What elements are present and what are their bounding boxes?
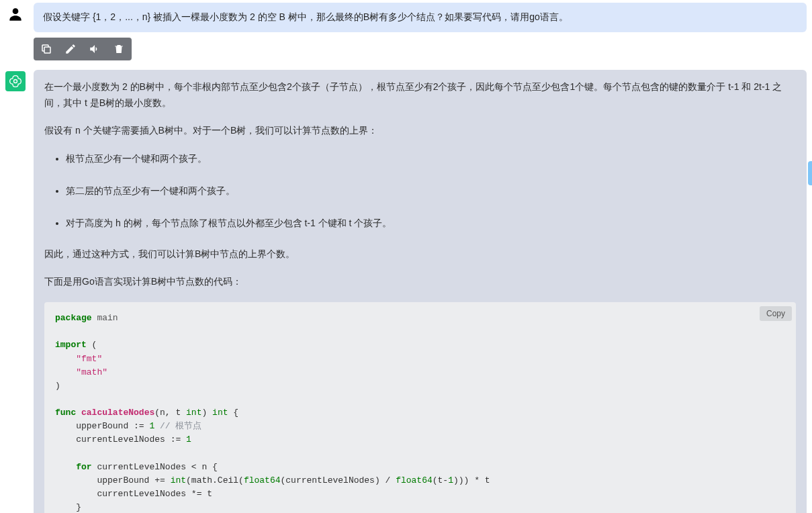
code-type: int xyxy=(186,408,201,418)
code-keyword: import xyxy=(55,340,87,350)
code-number: 1 xyxy=(448,475,453,485)
assistant-list: 根节点至少有一个键和两个孩子。 第二层的节点至少有一个键和两个孩子。 对于高度为… xyxy=(44,151,796,231)
code-text: upperBound += xyxy=(55,475,171,485)
assistant-content: 在一个最小度数为 2 的B树中，每个非根内部节点至少包含2个孩子（子节点），根节… xyxy=(44,79,796,513)
copy-button[interactable] xyxy=(39,42,54,56)
assistant-paragraph-3: 因此，通过这种方式，我们可以计算B树中节点的上界个数。 xyxy=(44,246,796,263)
code-type: float64 xyxy=(396,475,433,485)
code-string: "fmt" xyxy=(76,354,102,364)
svg-rect-1 xyxy=(44,47,50,53)
code-text: { xyxy=(228,408,238,418)
svg-point-0 xyxy=(13,8,19,14)
user-message-text: 假设关键字 {1，2，...，n} 被插入一棵最小度数为 2 的空 B 树中，那… xyxy=(43,11,568,22)
user-message-row: 假设关键字 {1，2，...，n} 被插入一棵最小度数为 2 的空 B 树中，那… xyxy=(5,3,807,32)
assistant-paragraph-2: 假设有 n 个关键字需要插入B树中。对于一个B树，我们可以计算节点数的上界： xyxy=(44,123,796,139)
code-string: "math" xyxy=(76,367,107,377)
user-message-bubble: 假设关键字 {1，2，...，n} 被插入一棵最小度数为 2 的空 B 树中，那… xyxy=(34,3,807,32)
code-type: float64 xyxy=(244,475,281,485)
code-function: calculateNodes xyxy=(76,408,154,418)
list-item: 根节点至少有一个键和两个孩子。 xyxy=(66,151,796,167)
code-text: upperBound := xyxy=(55,421,149,431)
code-text: currentLevelNodes < n { xyxy=(92,462,218,472)
list-item: 第二层的节点至少有一个键和两个孩子。 xyxy=(66,183,796,199)
assistant-avatar-icon xyxy=(5,71,26,91)
code-keyword: func xyxy=(55,408,76,418)
delete-icon xyxy=(113,43,125,55)
edit-icon xyxy=(64,43,77,55)
code-copy-button[interactable]: Copy xyxy=(760,306,792,321)
code-text: ))) * t xyxy=(453,475,490,485)
edit-button[interactable] xyxy=(63,42,78,56)
code-text: ) xyxy=(55,381,60,391)
code-type: int xyxy=(171,475,186,485)
code-block: Copypackage main import ( "fmt" "math" )… xyxy=(44,302,796,513)
code-text: currentLevelNodes := xyxy=(55,434,186,445)
user-avatar-icon xyxy=(5,4,26,24)
chat-container: 假设关键字 {1，2，...，n} 被插入一棵最小度数为 2 的空 B 树中，那… xyxy=(0,0,812,513)
delete-button[interactable] xyxy=(111,42,126,56)
code-type: int xyxy=(212,408,228,418)
audio-button[interactable] xyxy=(87,42,102,56)
code-text: } xyxy=(55,502,81,512)
audio-icon xyxy=(89,43,101,55)
code-text: main xyxy=(92,313,118,323)
code-text: (t- xyxy=(433,475,448,485)
copy-icon xyxy=(40,43,52,55)
code-text: (n, t xyxy=(154,408,186,418)
code-number: 1 xyxy=(186,434,191,445)
code-keyword: for xyxy=(76,462,91,472)
code-text: (currentLevelNodes) / xyxy=(280,475,396,485)
svg-point-2 xyxy=(14,79,17,83)
assistant-message-row: 在一个最小度数为 2 的B树中，每个非根内部节点至少包含2个孩子（子节点），根节… xyxy=(5,70,807,513)
code-text: ) xyxy=(201,408,212,418)
assistant-message-bubble: 在一个最小度数为 2 的B树中，每个非根内部节点至少包含2个孩子（子节点），根节… xyxy=(34,70,807,513)
code-keyword: package xyxy=(55,313,92,323)
assistant-paragraph-4: 下面是用Go语言实现计算B树中节点数的代码： xyxy=(44,274,796,290)
code-text: ( xyxy=(87,340,97,350)
side-indicator[interactable] xyxy=(808,161,812,185)
toolbar-inner xyxy=(34,38,132,60)
code-text: (math.Ceil( xyxy=(186,475,244,485)
message-toolbar xyxy=(34,38,807,60)
code-comment: // 根节点 xyxy=(154,421,201,431)
code-text: currentLevelNodes *= t xyxy=(55,489,212,499)
list-item: 对于高度为 h 的树，每个节点除了根节点以外都至少包含 t-1 个键和 t 个孩… xyxy=(66,216,796,232)
assistant-paragraph-1: 在一个最小度数为 2 的B树中，每个非根内部节点至少包含2个孩子（子节点），根节… xyxy=(44,79,796,111)
